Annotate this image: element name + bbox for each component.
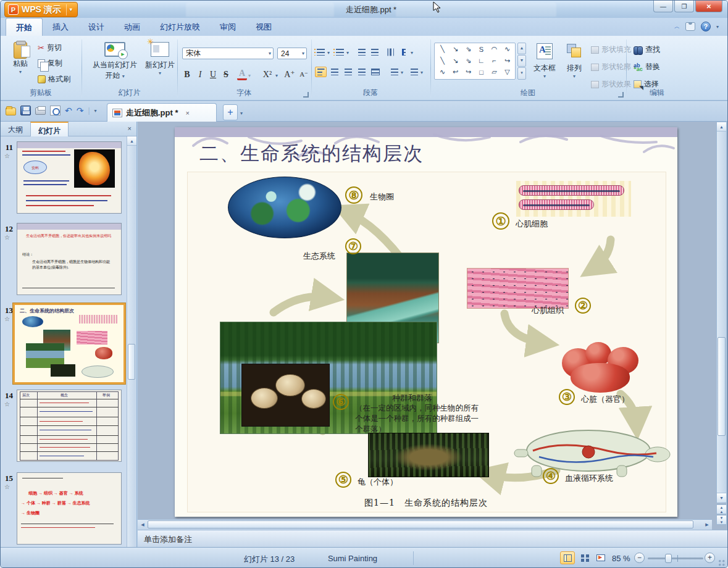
paragraph-spacing-caret-icon[interactable]: ▾: [420, 70, 423, 75]
shape-curved-arrow-icon[interactable]: ↩: [449, 67, 462, 77]
underline-button[interactable]: U: [207, 69, 219, 80]
font-color-button[interactable]: A: [237, 69, 247, 80]
scroll-right-icon[interactable]: ▶: [703, 520, 711, 529]
shape-curve2-icon[interactable]: ∿: [436, 67, 449, 77]
decrease-font-button[interactable]: A⁻: [297, 69, 311, 80]
replace-button[interactable]: ab⁺ac 替换: [634, 62, 660, 72]
column-caret-icon[interactable]: ▾: [411, 50, 413, 56]
line-spacing-caret-icon[interactable]: ▾: [401, 70, 403, 75]
zoom-slider-track[interactable]: [648, 558, 703, 559]
scroll-left-icon[interactable]: ◀: [138, 520, 147, 529]
heart-organ-photo[interactable]: [559, 342, 642, 394]
redo-icon[interactable]: ↷: [77, 106, 84, 115]
numbered-caret-icon[interactable]: ▾: [346, 50, 349, 56]
column-layout-button[interactable]: [398, 47, 409, 57]
align-left-button[interactable]: [315, 67, 327, 77]
biosphere-label[interactable]: 生物圈: [370, 191, 394, 203]
normal-view-button[interactable]: [560, 551, 575, 564]
shape-trapezoid-icon[interactable]: ▽: [501, 67, 514, 77]
horizontal-scrollbar[interactable]: ◀ ▶: [138, 519, 712, 530]
ribbon-tab-insert[interactable]: 插入: [43, 18, 78, 36]
shape-gallery-up-button[interactable]: ▲: [517, 43, 526, 54]
document-tab[interactable]: 走近细胞.ppt * ×: [107, 103, 217, 122]
skin-icon[interactable]: [685, 22, 695, 31]
shape-outline-button[interactable]: 形状轮廓 ▾: [591, 62, 636, 72]
arrange-button[interactable]: 排列 ▾: [561, 43, 587, 79]
maximize-button[interactable]: ❐: [674, 1, 694, 12]
zoom-in-button[interactable]: +: [705, 553, 715, 563]
italic-button[interactable]: I: [194, 69, 206, 80]
slide-thumbnail-14[interactable]: 层次 概念 举例: [17, 390, 122, 462]
system-label[interactable]: 血液循环系统: [565, 473, 613, 484]
document-tab-close-icon[interactable]: ×: [186, 109, 190, 117]
align-right-button[interactable]: [342, 67, 354, 77]
organ-label[interactable]: 心脏（器官）: [581, 394, 629, 405]
text-direction-button[interactable]: [385, 47, 396, 57]
slide-thumbnail-13-selected[interactable]: 二、生命系统的结构层次: [13, 303, 125, 384]
shape-elbow-arrow-icon[interactable]: ⌐: [488, 56, 501, 66]
align-center-button[interactable]: [328, 67, 340, 77]
zoom-out-button[interactable]: −: [634, 553, 645, 563]
animation-star-icon[interactable]: ☆: [4, 315, 10, 322]
slides-tab[interactable]: 幻灯片: [30, 122, 69, 136]
zoom-slider-thumb[interactable]: [665, 554, 672, 563]
turtle-individual-photo[interactable]: [368, 433, 489, 477]
superscript-button[interactable]: X²: [260, 69, 275, 80]
horizontal-scroll-thumb[interactable]: [148, 520, 693, 528]
outline-tab[interactable]: 大纲: [1, 122, 30, 136]
vertical-scroll-thumb[interactable]: [718, 337, 726, 436]
minimize-button[interactable]: —: [653, 1, 673, 12]
new-tab-caret-icon[interactable]: ▾: [240, 111, 243, 116]
shape-line2-icon[interactable]: ╲: [436, 56, 449, 66]
copy-button[interactable]: 复制: [38, 58, 62, 69]
collapse-ribbon-icon[interactable]: ︿: [674, 23, 680, 31]
shape-freeform-icon[interactable]: ◠: [488, 44, 501, 54]
print-icon[interactable]: [35, 107, 46, 115]
ribbon-tab-animation[interactable]: 动画: [114, 18, 150, 36]
shape-gallery-more-button[interactable]: ▾: [517, 67, 526, 80]
shape-line-icon[interactable]: ╲: [436, 44, 449, 54]
animation-star-icon[interactable]: ☆: [4, 483, 10, 490]
panel-scrollbar[interactable]: ▲: [127, 136, 136, 547]
animation-star-icon[interactable]: ☆: [4, 234, 10, 241]
print-preview-icon[interactable]: [50, 106, 61, 115]
shape-elbow-icon[interactable]: ∟: [475, 56, 488, 66]
superscript-caret-icon[interactable]: ▾: [275, 73, 278, 78]
ribbon-tab-home[interactable]: 开始: [6, 18, 43, 36]
paragraph-spacing-button[interactable]: [408, 67, 420, 77]
shape-curve-icon[interactable]: S: [475, 44, 488, 54]
population-description[interactable]: （在一定的区域内，同种生物的所有个体是一个种群，所有的种群组成一个群落）: [355, 403, 485, 435]
slide-thumbnail-11[interactable]: 资料: [17, 141, 122, 214]
decrease-indent-button[interactable]: [356, 47, 367, 57]
shape-scribble-icon[interactable]: ∿: [501, 44, 514, 54]
new-document-tab-button[interactable]: +: [223, 104, 238, 120]
drawing-dialog-launcher[interactable]: [618, 92, 624, 98]
bullet-list-button[interactable]: [315, 47, 327, 57]
qat-more-icon[interactable]: ▾: [94, 108, 97, 114]
shape-rectangle-icon[interactable]: □: [475, 67, 488, 77]
slide-thumbnail-15[interactable]: 细胞 → 组织 → 器官 → 系统 → 个体 → 种群 → 群落 → 生态系统 …: [17, 472, 122, 545]
slide-title[interactable]: 二、生命系统的结构层次: [199, 141, 656, 167]
previous-slide-button[interactable]: ▲▲: [716, 504, 727, 514]
close-button[interactable]: ✕: [695, 1, 722, 12]
panel-close-icon[interactable]: ×: [128, 125, 132, 132]
format-painter-button[interactable]: 格式刷: [38, 74, 70, 85]
font-size-select[interactable]: 24 ▾: [277, 48, 307, 59]
strikethrough-button[interactable]: S: [220, 69, 232, 80]
new-slide-button[interactable]: 新幻灯片 ▾: [141, 42, 178, 76]
shape-curved-connector-icon[interactable]: ↪: [501, 56, 514, 66]
shape-gallery[interactable]: ╲ ↘ ⇘ S ◠ ∿ ╲ ↘ ⇘ ∟ ⌐ ↪ ∿ ↩ ↪ □ ▱ ▽: [434, 43, 516, 80]
undo-icon[interactable]: ↶: [65, 106, 72, 115]
animation-star-icon[interactable]: ☆: [4, 152, 10, 159]
slide-sorter-view-button[interactable]: [577, 551, 592, 564]
font-dialog-launcher[interactable]: [303, 92, 309, 98]
bold-button[interactable]: B: [181, 69, 193, 80]
cardiac-muscle-cell-photo[interactable]: [516, 181, 631, 217]
cardiac-muscle-tissue-photo[interactable]: [467, 268, 569, 309]
font-family-select[interactable]: 宋体 ▾: [182, 48, 274, 59]
next-slide-button[interactable]: ▼▼: [716, 515, 727, 525]
shape-fill-button[interactable]: 形状填充 ▾: [591, 44, 636, 55]
bullet-caret-icon[interactable]: ▾: [327, 50, 330, 56]
slide-13-editor[interactable]: 二、生命系统的结构层次: [175, 127, 677, 517]
ribbon-tab-review[interactable]: 审阅: [210, 18, 246, 36]
